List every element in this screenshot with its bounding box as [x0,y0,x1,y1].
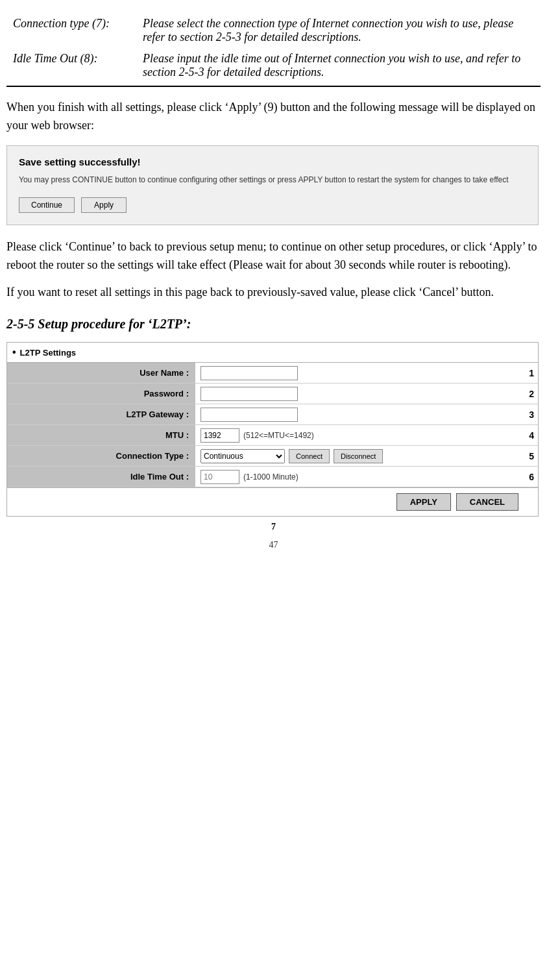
l2tp-label-idle-timeout: Idle Time Out : [7,467,195,487]
def-row-idle-timeout: Idle Time Out (8): Please input the idle… [6,48,541,86]
gateway-input[interactable] [201,408,298,422]
screenshot-box: Save setting successfully! You may press… [6,145,539,225]
save-message: You may press CONTINUE button to continu… [19,174,526,186]
l2tp-header: • L2TP Settings [7,343,538,363]
l2tp-label-connection-type: Connection Type : [7,446,195,466]
l2tp-input-area-idle-timeout: (1-1000 Minute) [195,467,520,487]
l2tp-row-num-6: 6 [520,472,538,482]
section-heading-l2tp: 2-5-5 Setup procedure for ‘L2TP’: [6,317,541,332]
paragraph-continue-apply: Please click ‘Continue’ to back to previ… [6,238,541,275]
l2tp-input-area-gateway [195,405,520,424]
apply-button-screenshot[interactable]: Apply [81,197,127,213]
disconnect-button[interactable]: Disconnect [334,449,383,463]
paragraph-apply-instruction: When you finish with all settings, pleas… [6,99,541,135]
mtu-input[interactable] [201,428,239,443]
def-desc-idle-timeout: Please input the idle time out of Intern… [136,48,541,86]
username-input[interactable] [201,366,298,380]
content-area: Connection type (7): Please select the c… [6,13,541,550]
l2tp-label-password: Password : [7,384,195,404]
row-7-label: 7 [6,522,541,532]
l2tp-row-mtu: MTU : (512<=MTU<=1492) 4 [7,425,538,446]
l2tp-row-idle-timeout: Idle Time Out : (1-1000 Minute) 6 [7,467,538,487]
l2tp-input-area-connection-type: Continuous Connect on Demand Manual Conn… [195,446,520,466]
l2tp-label-mtu: MTU : [7,425,195,445]
l2tp-input-area-username [195,363,520,383]
l2tp-row-password: Password : 2 [7,384,538,404]
screenshot-btn-row: Continue Apply [19,197,526,213]
definition-table: Connection type (7): Please select the c… [6,13,541,87]
l2tp-label-username: User Name : [7,363,195,383]
l2tp-label-gateway: L2TP Gateway : [7,404,195,424]
l2tp-settings-box: • L2TP Settings User Name : 1 Password :… [6,342,539,517]
l2tp-row-username: User Name : 1 [7,363,538,384]
l2tp-row-num-5: 5 [520,451,538,461]
l2tp-row-connection-type: Connection Type : Continuous Connect on … [7,446,538,467]
l2tp-cancel-button[interactable]: CANCEL [456,493,518,511]
l2tp-header-label: L2TP Settings [20,348,76,358]
l2tp-input-area-mtu: (512<=MTU<=1492) [195,426,520,445]
l2tp-action-buttons: APPLY CANCEL [7,487,538,516]
continue-button[interactable]: Continue [19,197,75,213]
l2tp-input-area-password [195,384,520,404]
l2tp-apply-button[interactable]: APPLY [396,493,451,511]
page-number: 47 [6,540,541,550]
l2tp-row-num-1: 1 [520,368,538,378]
mtu-hint: (512<=MTU<=1492) [243,431,314,440]
idle-timeout-hint: (1-1000 Minute) [243,472,298,482]
def-term-connection-type: Connection type (7): [6,13,136,48]
l2tp-bullet-icon: • [12,347,16,358]
password-input[interactable] [201,387,298,401]
connection-type-select[interactable]: Continuous Connect on Demand Manual [201,449,285,463]
idle-timeout-input[interactable] [201,470,239,484]
l2tp-row-gateway: L2TP Gateway : 3 [7,404,538,425]
l2tp-row-num-3: 3 [520,409,538,420]
l2tp-row-num-2: 2 [520,389,538,399]
paragraph-cancel: If you want to reset all settings in thi… [6,284,541,302]
def-desc-connection-type: Please select the connection type of Int… [136,13,541,48]
save-title: Save setting successfully! [19,156,526,167]
l2tp-row-num-4: 4 [520,430,538,441]
def-row-connection-type: Connection type (7): Please select the c… [6,13,541,48]
connect-button[interactable]: Connect [289,449,330,463]
def-term-idle-timeout: Idle Time Out (8): [6,48,136,86]
